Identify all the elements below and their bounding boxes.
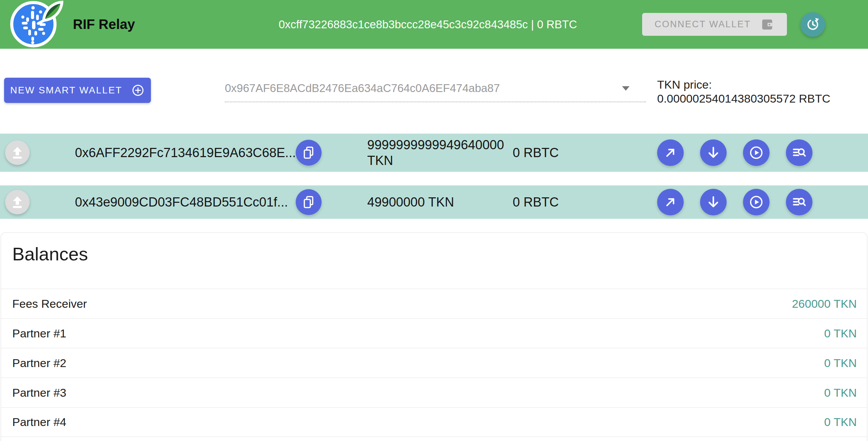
deploy-wallet-button[interactable] [5,140,30,165]
smart-wallet-list: 0x6AFF2292Fc7134619E9A63C68E... 99999999… [0,134,868,219]
wallet-token-balance: 49900000 TKN [367,194,513,210]
balances-title: Balances [1,233,867,265]
wallet-rbtc-balance: 0 RBTC [513,195,657,210]
brand-title: RIF Relay [73,17,135,32]
execute-button[interactable] [743,189,770,215]
transfer-button[interactable] [657,139,684,166]
relay-history-button[interactable] [786,189,812,215]
balance-label: Fees Receiver [12,297,87,310]
tkn-price-label: TKN price: [657,78,831,92]
arrow-down-icon [706,145,721,161]
smart-wallet-select-value: 0x967AF6E8ACdB2476Ea634aC764c0A6EF474aba… [225,82,500,95]
balance-value: 0 TKN [824,386,857,399]
play-circle-icon [748,145,764,161]
copy-icon [301,195,316,209]
rif-relay-logo [10,0,73,49]
call-made-icon [663,195,678,210]
add-circle-icon [131,83,145,97]
wallet-address: 0x6AFF2292Fc7134619E9A63C68E... [75,146,296,160]
balance-row: Partner #2 0 TKN [1,348,867,378]
copy-address-button[interactable] [296,140,322,166]
balances-table: Fees Receiver 260000 TKN Partner #1 0 TK… [1,289,867,437]
publish-icon [10,145,25,161]
receive-button[interactable] [700,139,727,166]
toolbar: NEW SMART WALLET 0x967AF6E8ACdB2476Ea634… [0,78,868,106]
new-smart-wallet-label: NEW SMART WALLET [10,85,122,96]
update-icon [805,17,821,32]
balance-row: Fees Receiver 260000 TKN [1,289,867,318]
smart-wallet-row: 0x43e9009CD03FC48BD551Cc01f... 49900000 … [0,185,868,219]
balance-value: 0 TKN [824,356,857,370]
app-header: RIF Relay 0xcff73226883c1ce8b3bccc28e45c… [0,0,868,49]
play-circle-icon [748,194,764,210]
refresh-button[interactable] [801,12,825,37]
deploy-wallet-button[interactable] [5,190,30,214]
balances-card: Balances Fees Receiver 260000 TKN Partne… [1,232,867,441]
new-smart-wallet-button[interactable]: NEW SMART WALLET [4,78,151,103]
balance-value: 0 TKN [824,327,857,340]
smart-wallet-select[interactable]: 0x967AF6E8ACdB2476Ea634aC764c0A6EF474aba… [225,82,646,102]
relay-history-button[interactable] [786,139,812,166]
smart-wallet-row: 0x6AFF2292Fc7134619E9A63C68E... 99999999… [0,134,868,172]
balance-label: Partner #2 [12,356,66,370]
tkn-price-value: 0.00000254014380305572 RBTC [657,92,831,106]
connect-wallet-label: CONNECT WALLET [654,19,751,30]
balance-row: Partner #1 0 TKN [1,318,867,348]
wallet-rbtc-balance: 0 RBTC [513,146,657,160]
balance-row: Partner #3 0 TKN [1,378,867,407]
balance-value: 0 TKN [824,415,857,429]
connect-wallet-button[interactable]: CONNECT WALLET [642,13,787,36]
balance-value: 260000 TKN [792,297,857,310]
call-made-icon [663,145,678,160]
balance-label: Partner #3 [12,386,66,399]
publish-icon [10,194,25,210]
wallet-icon [760,17,775,32]
manage-search-icon [791,194,807,210]
transfer-button[interactable] [657,189,684,215]
receive-button[interactable] [700,189,727,215]
copy-address-button[interactable] [296,189,322,215]
wallet-token-balance: 9999999999949640000 TKN [367,137,513,168]
balance-row: Partner #4 0 TKN [1,407,867,437]
balance-label: Partner #1 [12,327,66,340]
arrow-down-icon [706,194,721,210]
tkn-price: TKN price: 0.00000254014380305572 RBTC [657,78,831,106]
balance-label: Partner #4 [12,415,66,429]
execute-button[interactable] [743,139,770,166]
header-account-line: 0xcff73226883c1ce8b3bccc28e45c3c92c84348… [135,18,642,31]
manage-search-icon [791,145,807,161]
wallet-address: 0x43e9009CD03FC48BD551Cc01f... [75,195,296,210]
copy-icon [301,146,316,160]
chevron-down-icon [622,86,630,91]
